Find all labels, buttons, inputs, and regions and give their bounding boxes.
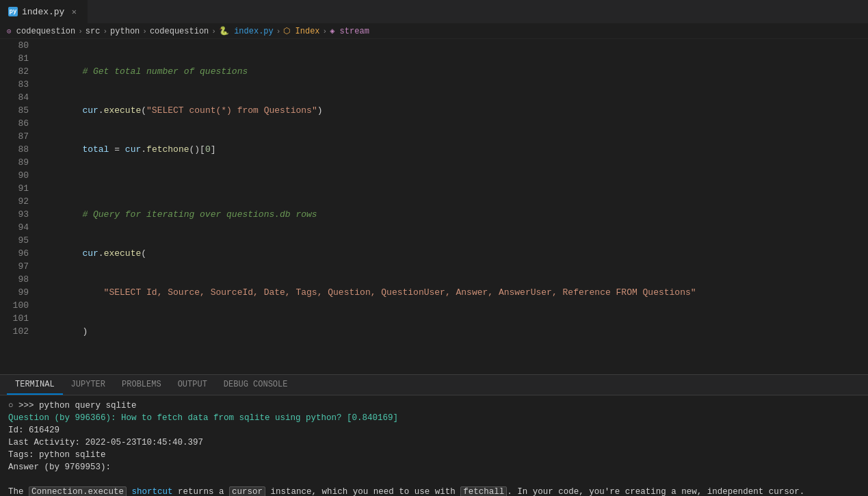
terminal-tags-line: Tags: python sqlite xyxy=(8,449,860,461)
tab-output[interactable]: OUTPUT xyxy=(170,375,215,395)
highlight-shortcut: shortcut xyxy=(132,487,173,496)
panel-tab-bar: TERMINAL JUPYTER PROBLEMS OUTPUT DEBUG C… xyxy=(0,375,868,395)
tab-close-button[interactable]: ✕ xyxy=(68,6,79,17)
tab-jupyter[interactable]: JUPYTER xyxy=(63,375,114,395)
breadcrumb-stream-func[interactable]: ◈ stream xyxy=(330,26,369,36)
breadcrumb-codequestion[interactable]: ⊙ codequestion xyxy=(7,27,75,36)
tab-debug-console[interactable]: DEBUG CONSOLE xyxy=(215,375,296,395)
terminal-activity-line: Last Activity: 2022-05-23T10:45:40.397 xyxy=(8,436,860,449)
terminal-id-line: Id: 616429 xyxy=(8,424,860,436)
terminal-answer-label-line: Answer (by 9769953): xyxy=(8,461,860,473)
terminal-content[interactable]: ○ >>> python query sqlite Question (by 9… xyxy=(0,395,868,496)
tab-bar: py index.py ✕ xyxy=(0,0,868,24)
breadcrumb: ⊙ codequestion › src › python › codeques… xyxy=(0,24,868,39)
highlight-connection-execute: Connection.execute xyxy=(29,486,127,496)
tab-label: index.py xyxy=(22,7,64,17)
tab-problems[interactable]: PROBLEMS xyxy=(114,375,170,395)
breadcrumb-indexpy[interactable]: 🐍 index.py xyxy=(219,26,274,36)
breadcrumb-python[interactable]: python xyxy=(110,27,140,36)
code-content[interactable]: # Get total number of questions cur.exec… xyxy=(34,39,868,374)
python-file-icon: py xyxy=(8,7,18,16)
breadcrumb-src[interactable]: src xyxy=(86,27,101,36)
line-numbers: 80 81 82 83 84 85 86 87 88 89 90 91 92 9… xyxy=(0,39,34,374)
highlight-fetchall: fetchall xyxy=(460,486,507,496)
terminal-answer-line: The Connection.execute shortcut returns … xyxy=(8,486,860,496)
breadcrumb-codequestion2[interactable]: codequestion xyxy=(150,27,209,36)
tab-index-py[interactable]: py index.py ✕ xyxy=(0,0,88,23)
tab-terminal[interactable]: TERMINAL xyxy=(7,375,63,395)
editor-area: 80 81 82 83 84 85 86 87 88 89 90 91 92 9… xyxy=(0,39,868,374)
terminal-empty-line xyxy=(8,473,860,486)
terminal-question-line: Question (by 996366): How to fetch data … xyxy=(8,412,860,424)
terminal-prompt-line: ○ >>> python query sqlite xyxy=(8,400,860,412)
terminal-panel: TERMINAL JUPYTER PROBLEMS OUTPUT DEBUG C… xyxy=(0,374,868,496)
breadcrumb-index-class[interactable]: ⬡ Index xyxy=(283,26,319,36)
highlight-cursor: cursor xyxy=(229,486,265,496)
